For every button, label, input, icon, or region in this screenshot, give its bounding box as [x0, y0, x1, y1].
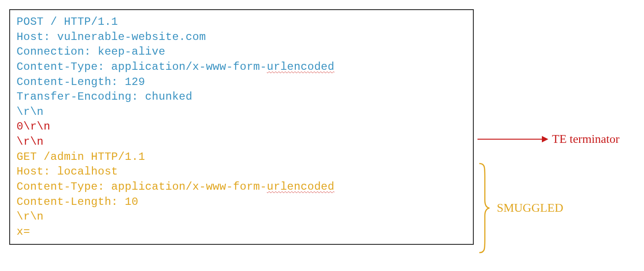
- smuggled-annotation: SMUGGLED: [477, 163, 563, 254]
- smuggled-line-content-type: Content-Type: application/x-www-form-url…: [17, 180, 466, 195]
- request-line-transfer-encoding: Transfer-Encoding: chunked: [17, 90, 466, 105]
- te-terminator-annotation: TE terminator: [477, 132, 620, 146]
- terminator-line-zero: 0\r\n: [17, 119, 466, 135]
- smuggled-label: SMUGGLED: [497, 201, 563, 215]
- smuggled-line-host: Host: localhost: [17, 164, 466, 180]
- arrow-line-icon: [477, 139, 542, 140]
- smuggled-line-crlf: \r\n: [17, 209, 466, 225]
- te-terminator-label: TE terminator: [552, 132, 620, 146]
- request-line-content-length: Content-Length: 129: [17, 75, 466, 90]
- underlined-urlencoded: urlencoded: [267, 181, 334, 193]
- curly-brace-icon: [477, 163, 490, 254]
- underlined-urlencoded: urlencoded: [267, 61, 334, 73]
- terminator-line-crlf: \r\n: [17, 135, 466, 150]
- smuggled-line-body: x=: [17, 225, 466, 240]
- request-line-content-type: Content-Type: application/x-www-form-url…: [17, 60, 466, 75]
- request-line-host: Host: vulnerable-website.com: [17, 30, 466, 45]
- request-line-crlf: \r\n: [17, 105, 466, 120]
- http-request-box: POST / HTTP/1.1 Host: vulnerable-website…: [9, 9, 474, 245]
- diagram-container: POST / HTTP/1.1 Host: vulnerable-website…: [9, 9, 635, 245]
- request-line-connection: Connection: keep-alive: [17, 45, 466, 60]
- request-line-method: POST / HTTP/1.1: [17, 15, 466, 30]
- smuggled-line-content-length: Content-Length: 10: [17, 195, 466, 210]
- arrow-head-icon: [542, 136, 548, 142]
- smuggled-line-method: GET /admin HTTP/1.1: [17, 150, 466, 165]
